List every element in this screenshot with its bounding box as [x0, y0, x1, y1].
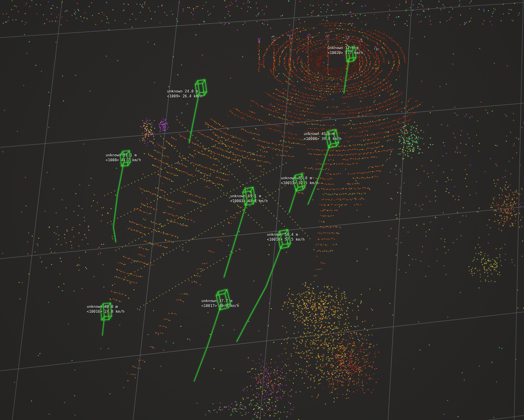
pointcloud-canvas[interactable] — [0, 0, 524, 420]
lidar-3d-viewport[interactable]: unknown 17.6 m <10020> 1.7 km/h unknown … — [0, 0, 524, 420]
